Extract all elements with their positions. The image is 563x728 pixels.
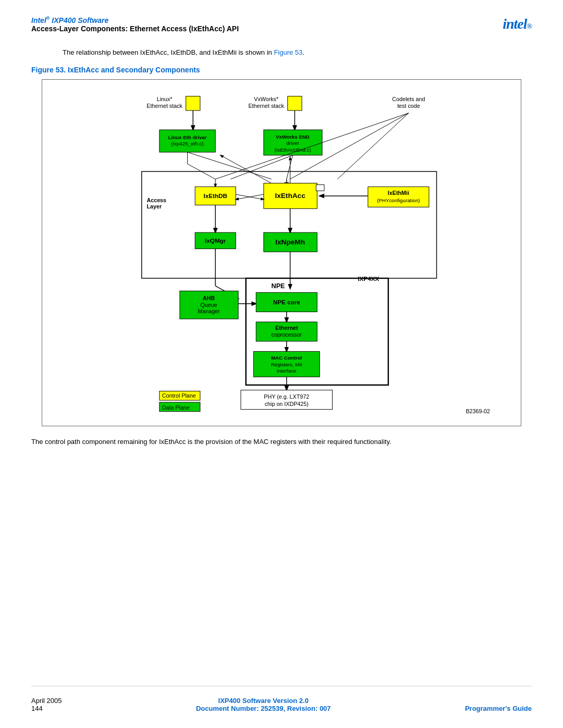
- intro-text: The relationship between IxEthAcc, IxEth…: [63, 48, 532, 56]
- intel-logo: intel®: [503, 16, 532, 32]
- codelets-label: Codelets and: [392, 96, 425, 102]
- diagram-container: Linux* Ethernet stack VxWorks* Ethernet …: [42, 79, 521, 426]
- doc-revision: 007: [320, 705, 331, 712]
- linux-stack-label2: Ethernet stack: [146, 103, 182, 109]
- cross4: [230, 155, 292, 179]
- legend-data-text: Data Plane: [162, 404, 190, 410]
- ixp4xx-label: IXP4XX: [358, 275, 379, 281]
- ahb-text1: AHB: [203, 295, 215, 301]
- ixethacc-text: IxEthAcc: [275, 191, 305, 199]
- figure-title: Figure 53. IxEthAcc and Secondary Compon…: [31, 66, 532, 74]
- logo-l: l: [523, 16, 527, 32]
- access-layer-text1: Access: [146, 196, 166, 203]
- footer-page: 144: [31, 705, 62, 712]
- brand-title: Intel® IXP400 Software: [31, 16, 239, 24]
- ixqmgr-text: IxQMgr: [205, 237, 226, 243]
- logo-dot: ®: [527, 22, 532, 30]
- ixethdb-text: IxEthDB: [203, 192, 227, 199]
- mac-text3: interface: [277, 368, 296, 374]
- vxworks-driver-text1: VxWorks END: [276, 133, 310, 139]
- vxworks-driver-text2: driver: [286, 140, 299, 146]
- footer-version: IXP400 Software Version 2.0: [196, 697, 331, 705]
- npe-label: NPE: [271, 282, 285, 290]
- footer-docnum: Document Number: 252539, Revision: 007: [196, 705, 331, 712]
- doc-number: 252539: [261, 705, 283, 712]
- phy-text2: chip on IXDP425): [265, 400, 309, 406]
- brand-suffix: IXP400 Software: [50, 16, 108, 24]
- access-layer-text2: Layer: [146, 203, 162, 209]
- linux-stack-label: Linux*: [157, 96, 173, 102]
- bottom-text: The control path component remaining for…: [31, 437, 532, 447]
- vxworks-driver-text3: (IxEthAccEnd.c): [275, 147, 311, 153]
- ixethmii-text1: IxEthMii: [388, 190, 409, 196]
- eth-cop-text2: coprocessor: [272, 331, 302, 338]
- phy-text1: PHY (e.g. LXT972: [264, 393, 309, 400]
- vxworks-stack-label: VxWorks*: [254, 96, 278, 102]
- footer-left: April 2005 144: [31, 697, 62, 712]
- ixnpemh-text: IxNpeMh: [275, 238, 305, 245]
- linux-driver-text2: (ixp425_eth.c): [172, 141, 204, 146]
- mac-text1: MAC Control: [271, 355, 302, 361]
- vxworks-stack-box: [288, 96, 302, 110]
- legend-control-text: Control Plane: [162, 392, 196, 399]
- vxworks-stack-label2: Ethernet stack: [248, 103, 284, 109]
- linux-driver-text1: Linux Eth driver: [168, 134, 206, 140]
- figure-link[interactable]: Figure 53: [274, 48, 302, 56]
- codelets-line3: [215, 113, 409, 179]
- ahb-text2: Queue: [200, 301, 217, 307]
- cross3: [188, 152, 272, 179]
- mac-text2: Registers, MII: [271, 361, 302, 367]
- ahb-text3: Manager: [198, 308, 220, 314]
- footer-right: Programmer's Guide: [465, 705, 532, 712]
- ixethmii-text2: (PHYconfiguration): [377, 197, 420, 203]
- header: Intel® IXP400 Software Access-Layer Comp…: [31, 16, 532, 33]
- bottom-text-content: The control path component remaining for…: [31, 438, 391, 446]
- page-subtitle: Access-Layer Components: Ethernet Access…: [31, 24, 239, 33]
- diagram-svg: Linux* Ethernet stack VxWorks* Ethernet …: [53, 90, 510, 415]
- footer: April 2005 144 IXP400 Software Version 2…: [31, 686, 532, 712]
- acc-to-linux: [221, 155, 272, 183]
- cross5: [287, 155, 293, 179]
- brand-name: Intel: [31, 16, 46, 24]
- eth-cop-text1: Ethernet: [275, 325, 298, 331]
- linux-stack-box: [186, 96, 200, 110]
- ixethacc-white-box: [316, 184, 324, 191]
- footer-center: IXP400 Software Version 2.0 Document Num…: [196, 697, 331, 712]
- npe-core-text: NPE core: [273, 298, 300, 305]
- spacer: [31, 452, 532, 686]
- codelets-line1: [337, 113, 409, 179]
- logo-e: e: [517, 16, 523, 32]
- codelets-label2: test code: [397, 103, 420, 109]
- page: Intel® IXP400 Software Access-Layer Comp…: [0, 0, 563, 728]
- footer-date: April 2005: [31, 697, 62, 705]
- header-left: Intel® IXP400 Software Access-Layer Comp…: [31, 16, 239, 33]
- diagram-ref: B2369-02: [466, 408, 490, 414]
- logo-text: int: [503, 16, 517, 32]
